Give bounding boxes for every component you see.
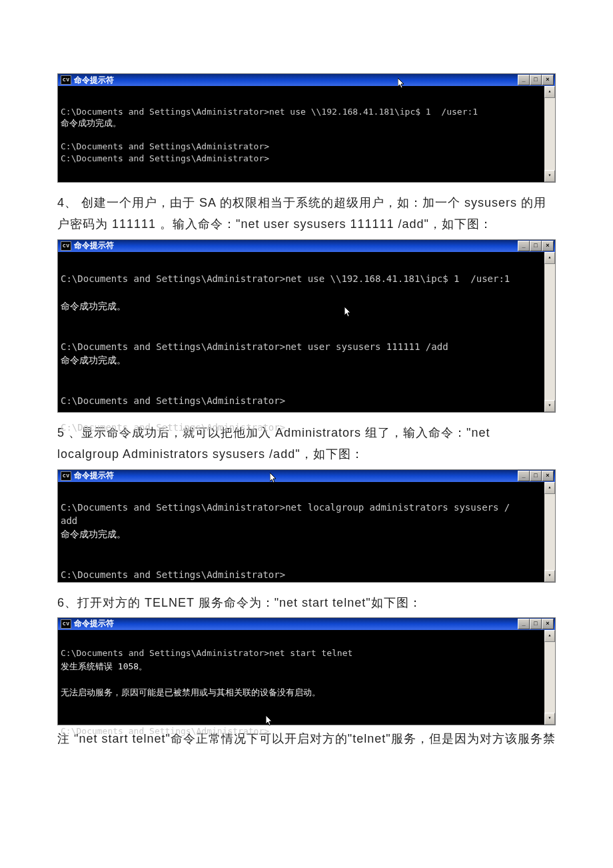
terminal-line: 命令成功完成。 xyxy=(61,355,126,365)
window-title: 命令提示符 xyxy=(74,470,518,481)
terminal-line: 命令成功完成。 xyxy=(61,529,126,539)
window-buttons: _ □ × xyxy=(518,75,554,85)
minimize-button[interactable]: _ xyxy=(518,619,530,629)
scroll-down-button[interactable]: ▾ xyxy=(544,400,555,412)
terminal-output: C:\Documents and Settings\Administrator>… xyxy=(58,86,544,177)
terminal-line: C:\Documents and Settings\Administrator> xyxy=(61,395,285,406)
close-button[interactable]: × xyxy=(542,75,554,85)
terminal-line: C:\Documents and Settings\Administrator>… xyxy=(61,648,352,658)
scrollbar[interactable]: ▴ ▾ xyxy=(544,482,555,582)
close-button[interactable]: × xyxy=(542,619,554,629)
minimize-button[interactable]: _ xyxy=(518,75,530,85)
scroll-up-button[interactable]: ▴ xyxy=(544,86,555,98)
cmd-icon: cv xyxy=(61,619,71,629)
scroll-up-button[interactable]: ▴ xyxy=(544,252,555,264)
paragraph-step-4: 4、 创建一个用户，由于 SA 的权限相当于系统的超级用户，如：加一个 sysu… xyxy=(57,192,556,235)
maximize-button[interactable]: □ xyxy=(530,619,542,629)
terminal-line: C:\Documents and Settings\Administrator> xyxy=(61,141,269,151)
terminal-output: C:\Documents and Settings\Administrator>… xyxy=(58,630,544,753)
window-titlebar: cv 命令提示符 _ □ × xyxy=(58,240,555,252)
scrollbar[interactable]: ▴ ▾ xyxy=(544,86,555,182)
terminal-line: 无法启动服务，原因可能是已被禁用或与其相关联的设备没有启动。 xyxy=(61,687,320,697)
maximize-button[interactable]: □ xyxy=(530,241,542,251)
terminal-line: add xyxy=(61,515,77,526)
cmd-window-2: cv 命令提示符 _ □ × ▴ ▾ C:\Documents and Sett… xyxy=(57,239,556,413)
window-buttons: _ □ × xyxy=(518,471,554,481)
cmd-window-3: cv 命令提示符 _ □ × ▴ ▾ C:\Documents and Sett… xyxy=(57,469,556,583)
scroll-up-button[interactable]: ▴ xyxy=(544,630,555,642)
maximize-button[interactable]: □ xyxy=(530,75,542,85)
terminal-line: 命令成功完成。 xyxy=(61,301,126,311)
cmd-icon: cv xyxy=(61,75,71,85)
terminal-line: 发生系统错误 1058。 xyxy=(61,661,147,671)
window-title: 命令提示符 xyxy=(74,240,518,251)
scroll-track[interactable] xyxy=(544,642,555,713)
scroll-down-button[interactable]: ▾ xyxy=(544,570,555,582)
cmd-window-1: cv 命令提示符 _ □ × ▴ ▾ C:\Documents and Sett… xyxy=(57,73,556,183)
scroll-down-button[interactable]: ▾ xyxy=(544,170,555,182)
terminal-line: C:\Documents and Settings\Administrator>… xyxy=(61,502,510,513)
terminal-line: 命令成功完成。 xyxy=(61,118,121,128)
terminal-line: C:\Documents and Settings\Administrator>… xyxy=(61,422,291,433)
terminal-line: C:\Documents and Settings\Administrator>… xyxy=(61,107,478,117)
cmd-window-4: cv 命令提示符 _ □ × ▴ ▾ C:\Documents and Sett… xyxy=(57,617,556,725)
scroll-up-button[interactable]: ▴ xyxy=(544,482,555,494)
terminal-line: C:\Documents and Settings\Administrator>… xyxy=(61,273,510,284)
window-titlebar: cv 命令提示符 _ □ × xyxy=(58,470,555,482)
scroll-track[interactable] xyxy=(544,264,555,400)
window-titlebar: cv 命令提示符 _ □ × xyxy=(58,74,555,86)
scroll-track[interactable] xyxy=(544,494,555,570)
terminal-line: C:\Documents and Settings\Administrator> xyxy=(61,153,269,163)
cmd-icon: cv xyxy=(61,471,71,481)
cmd-icon: cv xyxy=(61,241,71,251)
terminal-output: C:\Documents and Settings\Administrator>… xyxy=(58,482,544,597)
window-title: 命令提示符 xyxy=(74,75,518,86)
minimize-button[interactable]: _ xyxy=(518,241,530,251)
scroll-down-button[interactable]: ▾ xyxy=(544,713,555,725)
scroll-track[interactable] xyxy=(544,98,555,170)
window-buttons: _ □ × xyxy=(518,241,554,251)
scrollbar[interactable]: ▴ ▾ xyxy=(544,630,555,725)
terminal-line: C:\Documents and Settings\Administrator> xyxy=(61,569,285,580)
terminal-line: C:\Documents and Settings\Administrator>… xyxy=(61,341,448,352)
terminal-output: C:\Documents and Settings\Administrator>… xyxy=(58,252,544,449)
close-button[interactable]: × xyxy=(542,471,554,481)
close-button[interactable]: × xyxy=(542,241,554,251)
minimize-button[interactable]: _ xyxy=(518,471,530,481)
maximize-button[interactable]: □ xyxy=(530,471,542,481)
document-page: cv 命令提示符 _ □ × ▴ ▾ C:\Documents and Sett… xyxy=(0,0,613,793)
window-buttons: _ □ × xyxy=(518,619,554,629)
window-title: 命令提示符 xyxy=(74,618,518,629)
window-titlebar: cv 命令提示符 _ □ × xyxy=(58,618,555,630)
terminal-line: C:\Documents and Settings\Administrator> xyxy=(61,726,269,736)
scrollbar[interactable]: ▴ ▾ xyxy=(544,252,555,412)
